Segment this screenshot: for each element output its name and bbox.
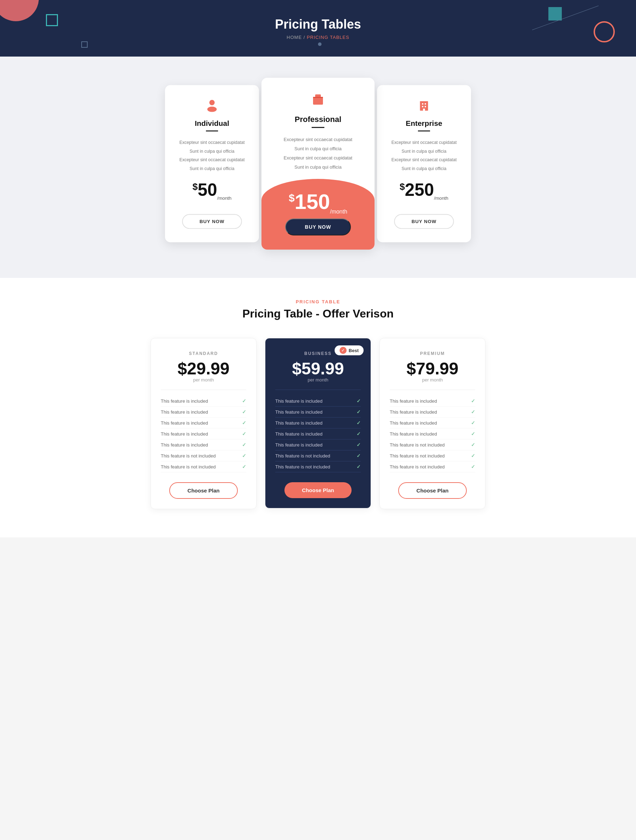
list-item: This feature is not included✓ [390, 461, 475, 472]
card-individual-features: Excepteur sint occaecat cupidatat Sunt i… [175, 138, 249, 173]
deco-square-teal [46, 14, 58, 26]
svg-rect-9 [425, 103, 426, 105]
list-item: This feature is included✓ [275, 417, 361, 428]
briefcase-icon [272, 92, 364, 111]
list-item: This feature is included✓ [390, 396, 475, 407]
offer-label: PRICING TABLE [7, 299, 629, 305]
best-label: Best [349, 348, 359, 353]
cards-container: Individual Excepteur sint occaecat cupid… [159, 78, 477, 249]
premium-price: $79.99 [390, 360, 475, 377]
standard-period: per month [161, 377, 246, 382]
card-individual-price: $50/month [175, 180, 249, 201]
divider [275, 390, 361, 390]
professional-buy-button[interactable]: BUY NOW [285, 218, 351, 235]
premium-period: per month [390, 377, 475, 382]
card-professional: Professional Excepteur sint occaecat cup… [261, 78, 375, 249]
page-title: Pricing Tables [275, 17, 361, 32]
list-item: This feature is not included✓ [275, 461, 361, 472]
offer-card-business: ✓ Best BUSINESS $59.99 per month This fe… [265, 338, 371, 508]
divider [418, 131, 430, 131]
business-feature-list: This feature is included✓ This feature i… [275, 396, 361, 472]
business-period: per month [275, 377, 361, 382]
list-item: This feature is included✓ [275, 439, 361, 450]
premium-feature-list: This feature is included✓ This feature i… [390, 396, 475, 472]
svg-rect-10 [422, 106, 423, 107]
deco-square-sm [81, 41, 88, 48]
list-item: This feature is included✓ [390, 407, 475, 417]
best-badge: ✓ Best [335, 346, 364, 355]
breadcrumb-sep: / [304, 35, 307, 40]
card-professional-bottom: $150/month BUY NOW [261, 179, 375, 249]
svg-rect-11 [425, 106, 426, 107]
person-icon [175, 99, 249, 115]
offer-card-premium: PREMIUM $79.99 per month This feature is… [379, 338, 485, 509]
standard-plan-name: STANDARD [161, 351, 246, 356]
list-item: This feature is not included✓ [390, 439, 475, 450]
card-enterprise-features: Excepteur sint occaecat cupidatat Sunt i… [387, 138, 461, 173]
individual-buy-button[interactable]: BUY NOW [182, 214, 242, 229]
premium-choose-button[interactable]: Choose Plan [398, 482, 467, 499]
header: Pricing Tables HOME / PRICING TABLES [0, 0, 636, 57]
premium-plan-name: PREMIUM [390, 351, 475, 356]
divider [161, 390, 246, 390]
list-item: This feature is included✓ [275, 428, 361, 439]
card-enterprise-price: $250/month [387, 180, 461, 201]
list-item: This feature is not included✓ [161, 461, 246, 472]
deco-line [532, 6, 598, 30]
deco-circle-outline [593, 21, 615, 43]
deco-dot [318, 43, 321, 46]
business-choose-button[interactable]: Choose Plan [285, 482, 352, 498]
section-pricing-cards: Individual Excepteur sint occaecat cupid… [0, 57, 636, 278]
standard-feature-list: This feature is included✓ This feature i… [161, 396, 246, 472]
card-individual: Individual Excepteur sint occaecat cupid… [165, 85, 259, 243]
list-item: This feature is included✓ [161, 407, 246, 417]
card-enterprise: Enterprise Excepteur sint occaecat cupid… [377, 85, 471, 243]
card-enterprise-title: Enterprise [387, 119, 461, 128]
card-professional-features: Excepteur sint occaecat cupidatat Sunt i… [272, 135, 364, 172]
list-item: This feature is included✓ [275, 407, 361, 417]
svg-rect-12 [423, 109, 425, 111]
divider [312, 127, 324, 128]
svg-point-1 [208, 106, 217, 112]
deco-circle-pink [0, 0, 39, 21]
list-item: This feature is included✓ [390, 417, 475, 428]
business-price: $59.99 [275, 360, 361, 377]
list-item: This feature is not included✓ [390, 450, 475, 461]
section-offer: PRICING TABLE Pricing Table - Offer Veri… [0, 278, 636, 537]
svg-rect-4 [313, 97, 323, 105]
divider [390, 390, 475, 390]
list-item: This feature is included✓ [390, 428, 475, 439]
offer-cards-container: STANDARD $29.99 per month This feature i… [148, 338, 488, 509]
list-item: This feature is included✓ [275, 396, 361, 407]
list-item: This feature is included✓ [161, 396, 246, 407]
offer-title: Pricing Table - Offer Verison [7, 307, 629, 320]
list-item: This feature is included✓ [161, 439, 246, 450]
svg-point-0 [209, 100, 214, 105]
list-item: This feature is included✓ [161, 417, 246, 428]
card-professional-title: Professional [272, 115, 364, 124]
card-professional-price: $150/month [289, 189, 347, 215]
card-individual-title: Individual [175, 119, 249, 128]
check-icon: ✓ [340, 347, 346, 354]
standard-price: $29.99 [161, 360, 246, 377]
standard-choose-button[interactable]: Choose Plan [169, 482, 238, 499]
breadcrumb-home[interactable]: HOME [287, 35, 302, 40]
deco-square-teal2 [548, 7, 562, 21]
breadcrumb: HOME / PRICING TABLES [287, 35, 349, 40]
list-item: This feature is not included✓ [275, 450, 361, 461]
breadcrumb-current: PRICING TABLES [307, 35, 349, 40]
building-icon [387, 99, 461, 115]
divider [206, 131, 218, 131]
offer-card-standard: STANDARD $29.99 per month This feature i… [151, 338, 257, 509]
enterprise-buy-button[interactable]: BUY NOW [394, 214, 454, 229]
svg-rect-6 [313, 97, 323, 98]
list-item: This feature is not included✓ [161, 450, 246, 461]
svg-rect-8 [422, 103, 423, 105]
list-item: This feature is included✓ [161, 428, 246, 439]
